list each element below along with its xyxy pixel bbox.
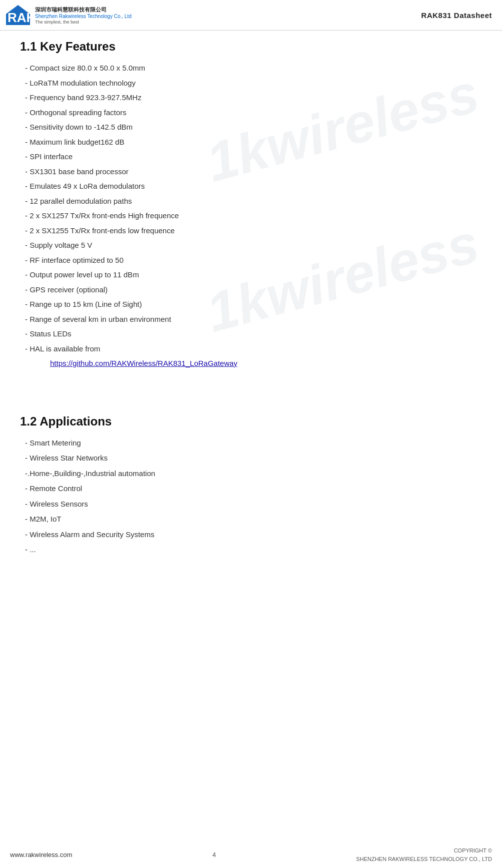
feature-item: - GPS receiver (optional): [25, 284, 482, 296]
company-chinese: 深圳市瑞科慧联科技有限公司: [35, 6, 107, 14]
application-item: - ...: [25, 544, 482, 556]
application-item: - Wireless Alarm and Security Systems: [25, 529, 482, 541]
feature-item: - Range up to 15 km (Line of Sight): [25, 299, 482, 310]
application-item: - Wireless Sensors: [25, 499, 482, 510]
feature-item: - Sensitivity down to -142.5 dBm: [25, 122, 482, 133]
copyright-line2: SHENZHEN RAKWIRELESS TECHNOLOGY CO., LTD: [356, 856, 492, 862]
feature-item: - RF interface optimized to 50: [25, 255, 482, 266]
logo-text-block: 深圳市瑞科慧联科技有限公司 Shenzhen Rakwireless Techn…: [35, 6, 132, 25]
header-logo-area: RAK 深圳市瑞科慧联科技有限公司 Shenzhen Rakwireless T…: [5, 4, 132, 26]
applications-list: - Smart Metering- Wireless Star Networks…: [20, 438, 482, 556]
hal-link-item: https://github.com/RAKWireless/RAK831_Lo…: [25, 358, 482, 369]
section-spacer: [20, 389, 482, 414]
feature-item: - Emulates 49 x LoRa demodulators: [25, 181, 482, 192]
feature-item: - Status LEDs: [25, 328, 482, 340]
feature-item: - Orthogonal spreading factors: [25, 107, 482, 119]
feature-item: - SPI interface: [25, 151, 482, 163]
company-english: Shenzhen Rakwireless Technology Co., Ltd: [35, 14, 132, 19]
application-item: -.Home-,Building-,Industrial automation: [25, 468, 482, 480]
feature-item: - 12 parallel demodulation paths: [25, 196, 482, 207]
feature-item: - 2 x SX1255 Tx/Rx front-ends low freque…: [25, 225, 482, 237]
footer-page-number: 4: [212, 851, 216, 858]
application-item: - M2M, IoT: [25, 514, 482, 525]
section2-title: 1.2 Applications: [20, 414, 482, 428]
feature-item: - LoRaTM modulation technology: [25, 78, 482, 89]
feature-item: - Output power level up to 11 dBm: [25, 269, 482, 281]
feature-item: - HAL is available from: [25, 343, 482, 355]
feature-item: - Compact size 80.0 x 50.0 x 5.0mm: [25, 63, 482, 74]
feature-item: - SX1301 base band processor: [25, 166, 482, 178]
application-item: - Remote Control: [25, 483, 482, 495]
page-wrapper: 1kwireless 1kwireless RAK 深圳市瑞科慧联科技有限公司 …: [0, 0, 502, 868]
footer-copyright: COPYRIGHT © SHENZHEN RAKWIRELESS TECHNOL…: [356, 846, 492, 863]
page-footer: www.rakwireless.com 4 COPYRIGHT © SHENZH…: [0, 846, 502, 863]
application-item: - Smart Metering: [25, 438, 482, 449]
feature-item: - Maximum link budget162 dB: [25, 137, 482, 148]
svg-text:RAK: RAK: [8, 10, 31, 25]
feature-item: - 2 x SX1257 Tx/Rx front-ends High frequ…: [25, 210, 482, 222]
features-list: - Compact size 80.0 x 50.0 x 5.0mm- LoRa…: [20, 63, 482, 369]
document-title: RAK831 Datasheet: [421, 11, 492, 20]
copyright-line1: COPYRIGHT ©: [454, 847, 492, 853]
logo-tagline: The simplest, the best: [35, 20, 79, 25]
rak-logo-icon: RAK: [5, 4, 31, 26]
feature-item: - Range of several km in urban environme…: [25, 314, 482, 325]
feature-item: - Supply voltage 5 V: [25, 240, 482, 251]
application-item: - Wireless Star Networks: [25, 453, 482, 464]
section1-title: 1.1 Key Features: [20, 40, 482, 54]
main-content: 1.1 Key Features - Compact size 80.0 x 5…: [0, 31, 502, 586]
hal-link[interactable]: https://github.com/RAKWireless/RAK831_Lo…: [50, 358, 482, 369]
page-header: RAK 深圳市瑞科慧联科技有限公司 Shenzhen Rakwireless T…: [0, 0, 502, 31]
feature-item: - Frequency band 923.3-927.5MHz: [25, 92, 482, 104]
footer-website: www.rakwireless.com: [10, 851, 72, 858]
